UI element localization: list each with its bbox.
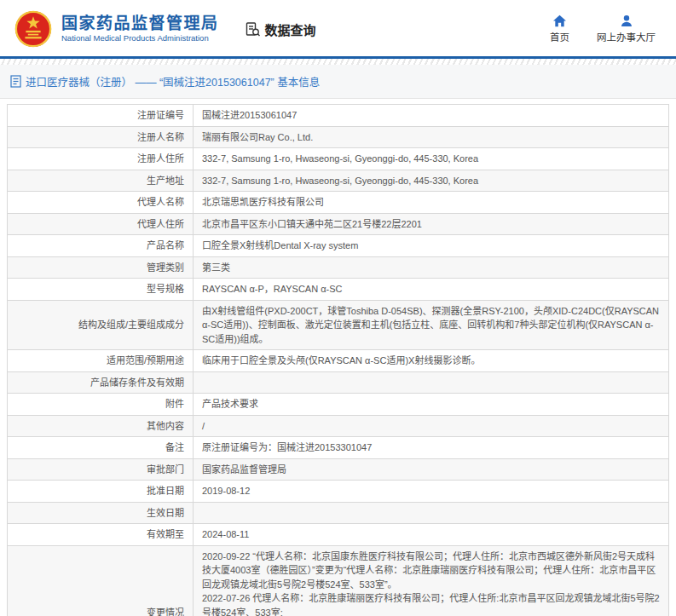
field-label: 产品储存条件及有效期 — [8, 371, 194, 394]
field-value: 2024-08-11 — [194, 524, 669, 546]
table-row: 有效期至 2024-08-11 — [8, 524, 669, 546]
info-table-body: 注册证编号 国械注进20153061047 注册人名称 瑞丽有限公司Ray Co… — [8, 105, 669, 616]
document-icon — [10, 75, 21, 88]
data-query-nav[interactable]: 数据查询 — [245, 20, 316, 38]
breadcrumb: 进口医疗器械（注册） —— “国械注进20153061047” 基本信息 — [0, 65, 676, 99]
field-value: 第三类 — [194, 256, 669, 279]
data-query-label: 数据查询 — [265, 20, 316, 38]
field-label: 生产地址 — [8, 170, 194, 192]
field-value: 北京瑞思凯医疗科技有限公司 — [194, 192, 669, 214]
national-emblem-icon — [14, 9, 53, 49]
field-label: 代理人名称 — [8, 192, 194, 214]
field-label: 注册证编号 — [8, 105, 194, 127]
table-row: 型号规格 RAYSCAN α-P，RAYSCAN α-SC — [8, 279, 669, 301]
field-value: 北京市昌平区东小口镇天通中苑二区21号楼22层2201 — [194, 213, 669, 235]
field-value: 原注册证编号为：国械注进20153301047 — [194, 437, 669, 459]
field-value: 国家药品监督管理局 — [194, 458, 669, 481]
table-row: 代理人住所 北京市昌平区东小口镇天通中苑二区21号楼22层2201 — [8, 213, 669, 235]
field-value — [194, 502, 669, 524]
page-header: 国家药品监督管理局 National Medical Products Admi… — [0, 0, 676, 56]
field-label: 代理人住所 — [8, 213, 194, 235]
field-label: 生效日期 — [8, 502, 194, 524]
field-value: 由X射线管组件(PXD-200CT，球管Toshiba D-054SB)、探测器… — [194, 300, 669, 350]
field-label: 管理类别 — [8, 256, 194, 279]
field-value: 瑞丽有限公司Ray Co., Ltd. — [194, 126, 669, 148]
table-row: 变更情况 2020-09-22 “代理人名称：北京国康东胜医疗科技有限公司；代理… — [8, 545, 669, 616]
field-label: 变更情况 — [8, 545, 194, 616]
field-value: / — [194, 415, 669, 437]
table-row: 注册人名称 瑞丽有限公司Ray Co., Ltd. — [8, 126, 669, 148]
field-value: 332-7, Samsung 1-ro, Hwaseong-si, Gyeong… — [194, 170, 669, 192]
table-row: 备注 原注册证编号为：国械注进20153301047 — [8, 437, 669, 459]
table-row: 注册证编号 国械注进20153061047 — [8, 105, 669, 127]
document-search-icon — [245, 21, 261, 37]
table-row: 适用范围/预期用途 临床用于口腔全景及头颅(仅RAYSCAN α-SC适用)X射… — [8, 350, 669, 372]
nav-home[interactable]: 首页 — [550, 14, 569, 43]
field-label: 备注 — [8, 437, 194, 459]
field-label: 审批部门 — [8, 458, 194, 481]
field-label: 结构及组成/主要组成成分 — [8, 300, 194, 350]
table-row: 生产地址 332-7, Samsung 1-ro, Hwaseong-si, G… — [8, 170, 669, 192]
breadcrumb-text: 进口医疗器械（注册） —— “国械注进20153061047” 基本信息 — [26, 73, 320, 89]
field-label: 产品名称 — [8, 235, 194, 257]
table-row: 代理人名称 北京瑞思凯医疗科技有限公司 — [8, 192, 669, 214]
home-icon — [552, 14, 567, 27]
field-value — [194, 371, 669, 394]
table-row: 管理类别 第三类 — [8, 256, 669, 279]
field-label: 注册人名称 — [8, 126, 194, 148]
org-names: 国家药品监督管理局 National Medical Products Admi… — [61, 14, 219, 44]
table-row: 附件 产品技术要求 — [8, 394, 669, 416]
info-table-wrap: 注册证编号 国械注进20153061047 注册人名称 瑞丽有限公司Ray Co… — [7, 104, 669, 616]
field-value: 口腔全景X射线机Dental X-ray system — [194, 235, 669, 257]
field-value: 临床用于口腔全景及头颅(仅RAYSCAN α-SC适用)X射线摄影诊断。 — [194, 350, 669, 372]
field-value: 2019-08-12 — [194, 481, 669, 503]
nav-service-hall[interactable]: 网上办事大厅 — [597, 14, 656, 43]
info-table: 注册证编号 国械注进20153061047 注册人名称 瑞丽有限公司Ray Co… — [7, 104, 669, 616]
field-label: 有效期至 — [8, 524, 194, 546]
table-row: 注册人住所 332-7, Samsung 1-ro, Hwaseong-si, … — [8, 148, 669, 170]
person-icon — [620, 14, 633, 27]
table-row: 其他内容 / — [8, 415, 669, 437]
field-value: 2020-09-22 “代理人名称：北京国康东胜医疗科技有限公司；代理人住所：北… — [194, 545, 669, 616]
nav-service-hall-label: 网上办事大厅 — [597, 30, 656, 43]
table-row: 产品储存条件及有效期 — [8, 371, 669, 394]
field-label: 注册人住所 — [8, 148, 194, 170]
table-row: 结构及组成/主要组成成分 由X射线管组件(PXD-200CT，球管Toshiba… — [8, 300, 669, 350]
field-label: 其他内容 — [8, 415, 194, 437]
field-value: 产品技术要求 — [194, 394, 669, 416]
field-label: 批准日期 — [8, 481, 194, 503]
field-value: 国械注进20153061047 — [194, 105, 669, 127]
org-name-cn: 国家药品监督管理局 — [61, 14, 219, 33]
header-hatch-band — [0, 59, 676, 65]
field-label: 附件 — [8, 394, 194, 416]
org-name-en: National Medical Products Administration — [61, 34, 219, 43]
field-value: RAYSCAN α-P，RAYSCAN α-SC — [194, 279, 669, 301]
field-value: 332-7, Samsung 1-ro, Hwaseong-si, Gyeong… — [194, 148, 669, 170]
nav-home-label: 首页 — [550, 30, 569, 43]
field-label: 适用范围/预期用途 — [8, 350, 194, 372]
field-label: 型号规格 — [8, 279, 194, 301]
table-row: 产品名称 口腔全景X射线机Dental X-ray system — [8, 235, 669, 257]
table-row: 批准日期 2019-08-12 — [8, 481, 669, 503]
table-row: 生效日期 — [8, 502, 669, 524]
table-row: 审批部门 国家药品监督管理局 — [8, 458, 669, 481]
top-links: 首页 网上办事大厅 — [550, 14, 664, 43]
